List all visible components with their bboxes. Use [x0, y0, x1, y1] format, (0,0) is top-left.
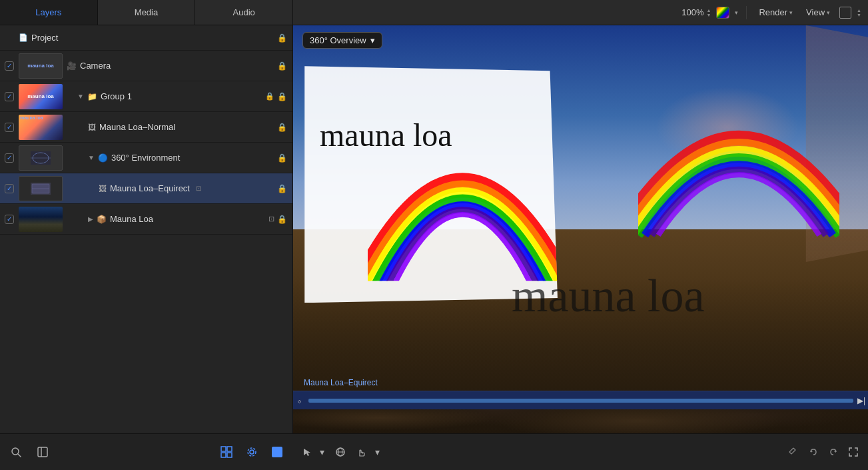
equirect-checkbox[interactable]: ✓ — [0, 184, 19, 193]
svg-rect-17 — [272, 447, 282, 457]
mauna-name: ▶ 📦 Mauna Loa — [67, 214, 268, 224]
svg-line-8 — [18, 454, 21, 457]
project-icon: 📄 — [19, 33, 28, 42]
group1-lock[interactable]: 🔒 — [277, 92, 287, 101]
normal-thumb-label: mauna loa — [20, 115, 43, 120]
timeline-layer-label: Mauna Loa–Equirect — [304, 378, 378, 387]
equirect-lock[interactable]: 🔒 — [277, 184, 287, 193]
redo-btn[interactable] — [825, 445, 841, 459]
render-dropdown[interactable]: Render ▾ — [755, 6, 797, 19]
main-content: 📄 Project 🔒 ✓ mauna loa 🎥 Camera 🔒 — [0, 25, 868, 433]
equirect-thumb-svg — [31, 183, 51, 195]
mauna-badge: ⊡ — [268, 215, 274, 223]
redo-icon — [828, 447, 839, 457]
env-icon: 🔵 — [98, 153, 108, 163]
text-mauna-loa-on-white: Mauna Loa–Equirect mauna loa — [320, 118, 452, 153]
normal-checkbox[interactable]: ✓ — [0, 123, 19, 132]
timeline-container: Mauna Loa–Equirect ⬦ ▶| — [293, 391, 868, 409]
fullscreen-icon — [848, 447, 859, 457]
equirect-badge: ⊡ — [196, 185, 201, 192]
env-thumb — [19, 145, 63, 171]
svg-rect-13 — [221, 453, 226, 457]
timeline-track[interactable] — [308, 399, 853, 403]
select-dropdown[interactable]: ▾ — [317, 445, 327, 459]
hand-tool[interactable] — [354, 445, 370, 459]
env-checkbox[interactable]: ✓ — [0, 153, 19, 163]
layout-stepper[interactable]: ▲ ▼ — [857, 8, 861, 17]
layout-icon[interactable] — [839, 7, 851, 19]
project-lock[interactable]: 🔒 — [277, 33, 287, 43]
fullscreen-btn[interactable] — [845, 445, 861, 459]
select-icon — [302, 447, 312, 457]
layer-row-camera[interactable]: ✓ mauna loa 🎥 Camera 🔒 — [0, 51, 292, 81]
group1-lock-extra: 🔒 — [265, 92, 274, 101]
group1-thumb: mauna loa — [19, 84, 63, 109]
tab-audio[interactable]: Audio — [195, 0, 293, 25]
mauna-expand[interactable]: ▶ — [88, 215, 93, 223]
camera-icon: 🎥 — [67, 61, 77, 71]
normal-icon: 🖼 — [88, 123, 96, 132]
undo-btn[interactable] — [805, 445, 821, 459]
mauna-icon: 📦 — [97, 215, 107, 224]
tab-layers[interactable]: Layers — [0, 0, 98, 25]
transform-btn[interactable] — [785, 445, 801, 459]
color-picker-chevron[interactable]: ▾ — [735, 9, 738, 16]
env-check: ✓ — [5, 153, 14, 163]
zoom-value: 100% — [681, 7, 703, 17]
tab-media[interactable]: Media — [98, 0, 196, 25]
settings-button[interactable] — [242, 443, 261, 461]
mauna-checkbox[interactable]: ✓ — [0, 215, 19, 224]
view-mode-dropdown[interactable]: 360° Overview ▾ — [302, 32, 382, 49]
search-icon — [11, 447, 21, 457]
svg-point-15 — [250, 450, 254, 454]
normal-check: ✓ — [5, 123, 14, 132]
timeline-pin-left[interactable]: ⬦ — [297, 396, 302, 405]
view-dropdown-btn[interactable]: View ▾ — [802, 6, 834, 19]
timeline-pin-right[interactable]: ▶| — [857, 396, 865, 405]
project-name: 📄 Project — [19, 33, 277, 43]
env-lock[interactable]: 🔒 — [277, 153, 287, 163]
normal-lock[interactable]: 🔒 — [277, 123, 287, 132]
layer-list: 📄 Project 🔒 ✓ mauna loa 🎥 Camera 🔒 — [0, 25, 292, 433]
camera-thumb: mauna loa — [19, 53, 63, 79]
svg-rect-12 — [227, 447, 232, 451]
grid-button[interactable] — [217, 443, 236, 461]
select-tool-group: ▾ — [300, 445, 327, 459]
mauna-lock[interactable]: 🔒 — [277, 215, 287, 224]
canvas-area: Mauna Loa–Equirect mauna loa mauna loa — [293, 25, 868, 433]
rocks-overlay — [293, 278, 868, 433]
layer-row-360env[interactable]: ✓ ▼ 🔵 360° Environment 🔒 — [0, 143, 292, 173]
view-mode-chevron: ▾ — [370, 35, 375, 45]
camera-check: ✓ — [5, 61, 14, 71]
render-chevron: ▾ — [789, 9, 793, 16]
layer-row-mauna-normal[interactable]: ✓ mauna loa 🖼 Mauna Loa–Normal 🔒 — [0, 112, 292, 143]
layers-panel: 📄 Project 🔒 ✓ mauna loa 🎥 Camera 🔒 — [0, 25, 293, 433]
camera-checkbox[interactable]: ✓ — [0, 61, 19, 71]
layer-row-mauna[interactable]: ✓ ▶ 📦 Mauna Loa ⊡ 🔒 — [0, 204, 292, 235]
camera-name: 🎥 Camera — [67, 61, 277, 71]
color-picker-swatch[interactable] — [716, 7, 729, 19]
layer-row-project[interactable]: 📄 Project 🔒 — [0, 25, 292, 51]
group1-icon: 📁 — [87, 92, 97, 101]
zoom-stepper[interactable]: ▲ ▼ — [707, 8, 711, 17]
export-icon — [271, 446, 283, 458]
undo-icon — [808, 447, 819, 457]
group1-checkbox[interactable]: ✓ — [0, 92, 19, 101]
layer-row-group1[interactable]: ✓ mauna loa ▼ 📁 Group 1 🔒 🔒 — [0, 81, 292, 112]
right-toolbar: ▾ ▾ — [293, 445, 868, 459]
group1-expand[interactable]: ▼ — [77, 93, 84, 100]
camera-lock[interactable]: 🔒 — [277, 61, 287, 71]
search-button[interactable] — [7, 443, 25, 461]
panel-button[interactable] — [33, 443, 52, 461]
grid-icon — [220, 446, 232, 458]
layer-row-equirect[interactable]: ✓ 🖼 Mauna Loa–Equirect ⊡ 🔒 — [0, 173, 292, 204]
equirect-name: 🖼 Mauna Loa–Equirect ⊡ — [67, 183, 277, 193]
hand-dropdown[interactable]: ▾ — [372, 445, 382, 459]
globe-tool[interactable] — [332, 445, 348, 459]
select-tool[interactable] — [300, 446, 314, 458]
svg-point-16 — [248, 448, 256, 456]
equirect-thumb — [19, 176, 63, 201]
export-button[interactable] — [268, 443, 286, 461]
env-expand[interactable]: ▼ — [88, 154, 95, 161]
env-thumb-svg — [31, 151, 51, 165]
